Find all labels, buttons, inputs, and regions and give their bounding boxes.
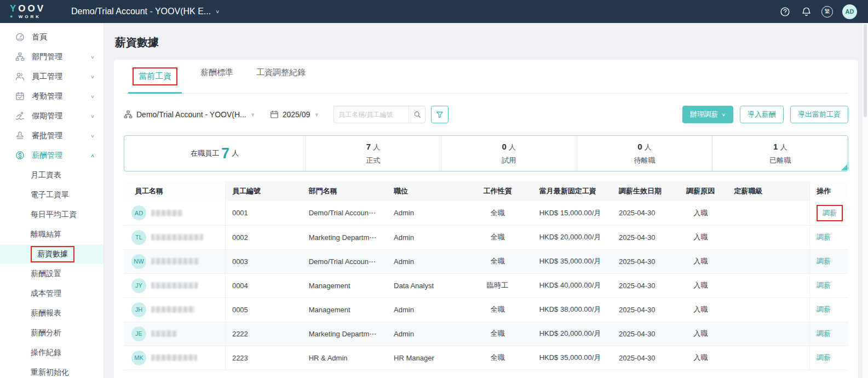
company-select-value: Demo/Trial Account - YOOV(H... <box>136 110 246 119</box>
sidebar-subitem[interactable]: 月工資表 <box>0 165 104 185</box>
employee-name-redacted[interactable] <box>151 234 203 240</box>
notification-bell-icon[interactable] <box>800 5 812 18</box>
annotation-box: 調薪 <box>817 353 831 362</box>
adjust-salary-link[interactable]: 調薪 <box>817 305 831 313</box>
logo-dot-icon: ● <box>10 14 15 19</box>
tab[interactable]: 工資調整紀錄 <box>256 67 306 93</box>
adjust-salary-link[interactable]: 調薪 <box>817 281 831 289</box>
annotation-box: 操作紀錄 <box>31 348 61 358</box>
sidebar-item-label: 部門管理 <box>32 52 90 62</box>
export-current-salary-button[interactable]: 導出當前工資 <box>790 106 848 123</box>
scrollbar-thumb[interactable] <box>864 24 867 117</box>
sidebar-item[interactable]: 部門管理 ∨ <box>0 47 104 67</box>
sidebar-item[interactable]: 考勤管理 ∨ <box>0 87 104 106</box>
adjust-salary-link[interactable]: 調薪 <box>817 233 831 241</box>
account-title: Demo/Trial Account - YOOV(HK E... <box>71 7 211 16</box>
cell-employee-no: 2223 <box>225 346 302 370</box>
sidebar-subitem[interactable]: 離職結算 <box>0 225 104 244</box>
gauge-icon <box>15 32 25 42</box>
help-icon[interactable] <box>779 5 791 18</box>
account-switcher[interactable]: Demo/Trial Account - YOOV(HK E... ∨ <box>71 7 220 16</box>
employee-name-redacted[interactable] <box>151 282 198 289</box>
cell-position: HR Manager <box>387 346 461 370</box>
import-salary-button[interactable]: 導入薪酬 <box>740 106 784 123</box>
caret-down-icon: ▼ <box>314 112 319 118</box>
logo-subtext: WORK <box>19 14 41 19</box>
sidebar-subitem-label: 每日平均工資 <box>31 210 77 219</box>
sidebar-subitem-label: 操作紀錄 <box>31 348 61 357</box>
employee-name-redacted[interactable] <box>151 330 177 337</box>
cell-department: Marketing Departm⋯ <box>302 225 387 249</box>
stat-label: 待離職 <box>634 156 655 165</box>
sidebar-subitem[interactable]: 薪酬分析 <box>0 323 104 343</box>
chevron-down-icon: ∨ <box>215 9 220 14</box>
annotation-box: 成本管理 <box>31 289 61 299</box>
search-input[interactable] <box>334 111 409 118</box>
employee-avatar: NW <box>131 254 146 269</box>
stamp-icon <box>15 131 25 141</box>
cell-fixed-salary: HKD$ 15,000.00/月 <box>533 201 612 225</box>
sidebar-subitem-label: 薪酬報表 <box>31 308 61 317</box>
cell-position: Admin <box>387 297 461 322</box>
employee-name-redacted[interactable] <box>151 210 183 216</box>
employee-name-redacted[interactable] <box>151 306 195 313</box>
employee-name-redacted[interactable] <box>151 354 197 361</box>
sidebar-subitem-label: 重新初始化 <box>31 368 69 376</box>
cell-fixed-salary: HKD$ 38,000.00/月 <box>533 297 612 322</box>
annotation-box: 薪資數據 <box>31 246 74 262</box>
cell-fixed-salary: HKD$ 20,000.00/月 <box>533 225 612 249</box>
adjust-salary-link[interactable]: 調薪 <box>817 353 831 362</box>
cell-position: Admin <box>387 249 461 273</box>
filter-funnel-button[interactable] <box>431 106 449 123</box>
language-toggle[interactable]: 繁 <box>821 6 833 18</box>
sidebar-subitem[interactable]: 薪酬設置 <box>0 264 104 284</box>
cell-department: Management <box>302 273 387 297</box>
table-header-row: 員工名稱 員工編號 部門名稱 職位 工作性質 當月最新固定工資 調薪生效日期 調… <box>124 181 848 201</box>
sidebar-item-label: 審批管理 <box>32 131 90 141</box>
stat-value: 0 <box>637 142 642 151</box>
cell-position: Admin <box>387 322 461 346</box>
annotation-box: 薪酬設置 <box>31 269 61 279</box>
adjust-salary-link[interactable]: 調薪 <box>823 209 837 217</box>
annotation-box: 月工資表 <box>31 170 61 180</box>
cell-effective-date: 2025-04-30 <box>612 297 672 322</box>
col-employee-no: 員工編號 <box>225 181 302 201</box>
chevron-down-icon: ∨ <box>90 54 95 60</box>
users-icon <box>15 72 25 82</box>
tab[interactable]: 當前工資 <box>133 67 177 93</box>
sidebar-item[interactable]: 假期管理 ∨ <box>0 106 104 126</box>
cell-work-type: 全職 <box>461 225 532 249</box>
sidebar-item[interactable]: 員工管理 ∨ <box>0 67 104 87</box>
topbar: YOOV ● WORK Demo/Trial Account - YOOV(HK… <box>0 0 868 23</box>
org-icon <box>15 52 25 62</box>
sidebar-subitem[interactable]: 成本管理 <box>0 284 104 303</box>
sidebar-subitem[interactable]: 操作紀錄 <box>0 343 104 363</box>
sidebar-item-label: 假期管理 <box>32 111 90 121</box>
annotation-box: 每日平均工資 <box>31 210 77 220</box>
adjust-salary-link[interactable]: 調薪 <box>817 257 831 265</box>
sidebar-subitem[interactable]: 重新初始化 <box>0 363 104 378</box>
sidebar-subitem[interactable]: 薪資數據 <box>0 244 104 264</box>
sidebar-item[interactable]: 薪酬管理 ∧ <box>0 146 104 165</box>
sidebar-subitem[interactable]: 薪酬報表 <box>0 303 104 323</box>
table-row: JY 0004 Management Data Analyst 臨時工 HKD$… <box>124 273 848 297</box>
page-scrollbar[interactable] <box>863 23 868 378</box>
employee-avatar: TL <box>131 230 146 245</box>
month-select[interactable]: 2025/09 ▼ <box>270 110 320 119</box>
sidebar-item-label: 薪酬管理 <box>32 151 90 161</box>
user-avatar[interactable]: AD <box>842 4 857 19</box>
process-adjustment-button[interactable]: 辦理調薪 ∨ <box>682 106 733 123</box>
cell-employee-no: 0002 <box>225 225 302 249</box>
table-row: TL 0002 Marketing Departm⋯ Admin 全職 HKD$… <box>124 225 848 249</box>
cell-employee-no: 0003 <box>225 249 302 273</box>
tab[interactable]: 薪酬標準 <box>200 67 233 93</box>
sidebar-subitem[interactable]: 電子工資單 <box>0 185 104 205</box>
sidebar-item[interactable]: 審批管理 ∨ <box>0 126 104 146</box>
sidebar-subitem[interactable]: 每日平均工資 <box>0 205 104 225</box>
tab-label: 薪酬標準 <box>200 67 233 77</box>
adjust-salary-link[interactable]: 調薪 <box>817 329 831 337</box>
employee-name-redacted[interactable] <box>151 258 199 265</box>
company-select[interactable]: Demo/Trial Account - YOOV(H... ▼ <box>124 110 256 119</box>
sidebar-item[interactable]: 首頁 <box>0 27 104 47</box>
search-icon[interactable] <box>409 106 425 123</box>
